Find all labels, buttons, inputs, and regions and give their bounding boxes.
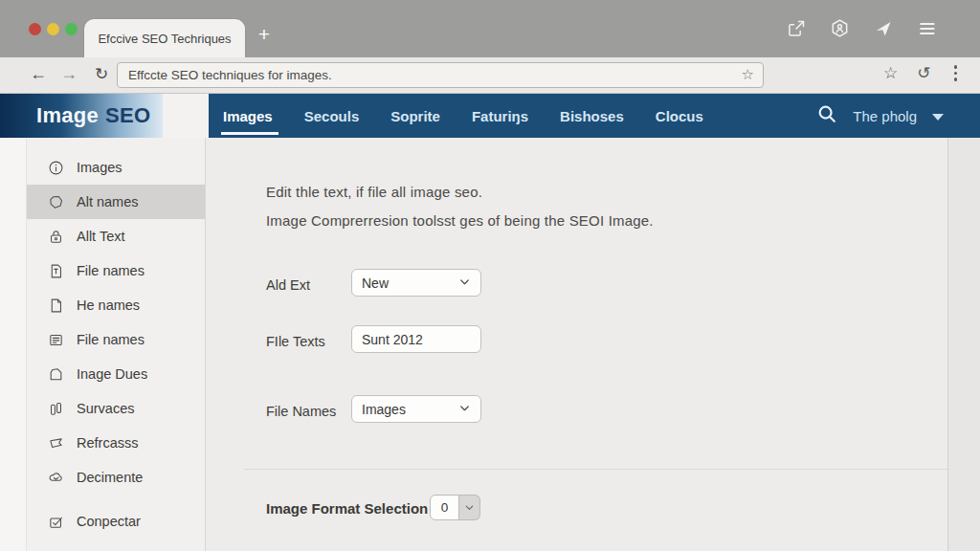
sidebar-item-conpectar[interactable]: Conpectar [27, 504, 205, 539]
sync-icon[interactable]: ↺ [917, 63, 930, 83]
file-texts-input[interactable] [362, 332, 471, 347]
minimize-window-icon[interactable] [47, 23, 59, 35]
nav-tab-images[interactable]: Images [223, 94, 273, 138]
nav-tab-secouls[interactable]: Secouls [304, 94, 360, 138]
section-divider [244, 469, 947, 470]
close-window-icon[interactable] [29, 23, 41, 35]
chevron-down-icon[interactable] [932, 114, 944, 121]
sidebar-item-refrcasss[interactable]: Refrcasss [27, 426, 205, 460]
bookmark-star-icon[interactable]: ☆ [883, 63, 898, 83]
send-icon[interactable] [874, 19, 893, 38]
file-names-select[interactable]: Images [351, 395, 481, 423]
reload-icon[interactable]: ↻ [90, 64, 113, 84]
scrollbar-gutter[interactable] [947, 138, 980, 551]
back-icon[interactable]: ← [27, 64, 50, 84]
browser-toolbar: ← → ↻ Effccte SEO techniques for images.… [0, 57, 980, 94]
main-content: Edit thle text, if file all image seo. I… [207, 138, 947, 551]
browser-menu-icon[interactable] [950, 63, 962, 83]
nav-tab-clocus[interactable]: Clocus [656, 94, 703, 138]
sidebar-item-images[interactable]: Images [27, 150, 205, 185]
file-texts-field[interactable] [351, 325, 481, 353]
lock-icon [48, 229, 64, 245]
sidebar: Images Alt names Allt Text [0, 138, 206, 551]
columns-icon [48, 401, 64, 417]
chevron-down-icon [458, 402, 471, 417]
nav-tab-bishoses[interactable]: Bishoses [560, 94, 624, 138]
address-bar-text: Effccte SEO techniques for images. [128, 68, 332, 82]
image-format-selector[interactable]: 0 [430, 495, 480, 520]
sidebar-item-file-names-list[interactable]: File names [27, 322, 205, 357]
file-texts-label: FIle Texts [266, 334, 325, 349]
check-square-icon [48, 514, 64, 530]
logo-gap [163, 94, 209, 138]
ald-ext-value: New [362, 276, 389, 291]
sidebar-rail [0, 138, 27, 551]
flag-icon [48, 435, 64, 452]
app-navbar: Image SEO Images Secouls Soprite Faturiŋ… [0, 94, 980, 138]
window-controls [29, 23, 78, 35]
forward-icon[interactable]: → [57, 64, 80, 84]
primary-nav: Images Secouls Soprite Faturiŋs Bishoses… [223, 94, 703, 138]
file-names-value: Images [362, 402, 406, 417]
file-t-icon [48, 263, 64, 279]
sidebar-item-survaces[interactable]: Survaces [27, 391, 205, 426]
image-format-selection-label: Image Format Selection [266, 500, 428, 517]
sidebar-item-allt-text[interactable]: Allt Text [27, 219, 205, 253]
browser-window: Efccive SEO Techriques + [0, 0, 980, 551]
search-icon[interactable] [816, 103, 837, 128]
cloud-icon [48, 470, 64, 486]
tab-title: Efccive SEO Techriques [98, 32, 231, 46]
nav-tab-faturins[interactable]: Faturiŋs [472, 94, 528, 138]
new-tab-button[interactable]: + [253, 23, 276, 46]
image-format-value: 0 [430, 495, 459, 520]
file-names-label: File Names [266, 404, 336, 419]
sidebar-item-he-names[interactable]: He names [27, 288, 205, 322]
file-icon [48, 298, 64, 314]
address-bar[interactable]: Effccte SEO techniques for images. ☆ [117, 62, 764, 88]
shape-icon [48, 194, 64, 210]
list-icon [48, 332, 64, 348]
menu-list-icon[interactable] [917, 19, 938, 38]
sidebar-item-inage-dues[interactable]: Inage Dues [27, 357, 205, 391]
account-globe-icon[interactable] [830, 18, 850, 38]
blob-icon [48, 366, 64, 383]
info-icon [48, 160, 64, 176]
page-bookmark-icon[interactable]: ☆ [742, 66, 754, 83]
intro-line-2: Image Comprerresion toolsst ges of being… [266, 212, 654, 229]
app-logo[interactable]: Image SEO [0, 94, 163, 138]
maximize-window-icon[interactable] [65, 23, 78, 35]
sidebar-item-alt-names[interactable]: Alt names [27, 185, 205, 219]
ald-ext-select[interactable]: New [351, 269, 481, 297]
image-format-dropdown-button[interactable] [459, 495, 480, 520]
sidebar-item-decimente[interactable]: Decimente [27, 460, 205, 495]
chevron-down-icon [458, 276, 471, 291]
logo-word-primary: Image [36, 103, 99, 128]
account-menu[interactable]: The pholg [853, 108, 917, 124]
browser-title-bar: Efccive SEO Techriques + [0, 0, 980, 57]
intro-line-1: Edit thle text, if file all image seo. [266, 184, 482, 200]
nav-tab-soprite[interactable]: Soprite [390, 94, 440, 138]
browser-tab[interactable]: Efccive SEO Techriques [84, 19, 245, 57]
sidebar-item-file-names-t[interactable]: File names [27, 253, 205, 288]
share-icon[interactable] [787, 19, 806, 38]
ald-ext-label: Ald Ext [266, 277, 310, 293]
logo-word-secondary: SEO [105, 103, 150, 128]
